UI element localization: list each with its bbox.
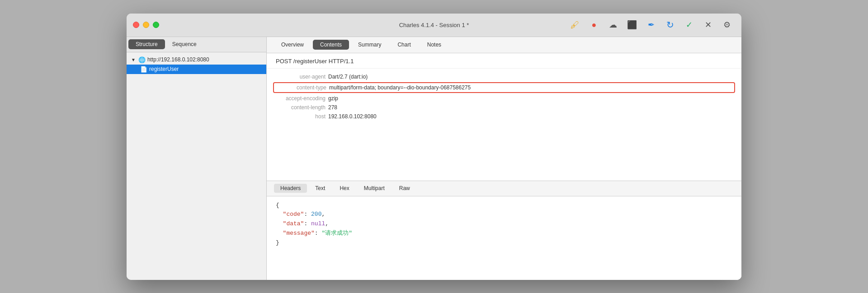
json-message-key: "message" — [283, 230, 315, 237]
header-value-accept-encoding: gzip — [328, 95, 338, 102]
sidebar-tabs: Structure Sequence — [127, 37, 266, 52]
header-value-content-length: 278 — [328, 104, 337, 111]
json-code-key: "code" — [283, 211, 304, 218]
sidebar: Structure Sequence ▼ 🌐 http://192.168.0.… — [127, 37, 267, 280]
request-method-line: POST /registerUser HTTP/1.1 — [267, 53, 741, 69]
header-key-content-type: content-type — [277, 84, 326, 91]
json-data-value: null — [311, 220, 325, 227]
close-button[interactable] — [133, 22, 139, 28]
header-key-host: host — [276, 113, 326, 120]
tab-summary[interactable]: Summary — [351, 40, 388, 50]
json-message-value: "请求成功" — [321, 230, 352, 237]
header-key-user-agent: user-agent — [276, 74, 326, 80]
bottom-tab-raw[interactable]: Raw — [393, 184, 416, 193]
response-body: { "code": 200, "data": null, "message": … — [267, 196, 741, 280]
header-row-accept-encoding: accept-encoding gzip — [267, 94, 741, 103]
header-row-user-agent: user-agent Dart/2.7 (dart:io) — [267, 72, 741, 81]
header-value-user-agent: Dart/2.7 (dart:io) — [328, 74, 368, 80]
tree-expand-arrow: ▼ — [131, 57, 136, 62]
bottom-section: Headers Text Hex Multipart Raw { "code":… — [267, 181, 741, 280]
record-btn[interactable]: ● — [586, 18, 602, 32]
cloud-btn[interactable]: ☁ — [605, 18, 621, 32]
tree-root-label: http://192.168.0.102:8080 — [147, 56, 209, 63]
feather-btn[interactable]: 🖋 — [567, 18, 583, 32]
minimize-button[interactable] — [143, 22, 149, 28]
refresh-btn[interactable]: ↻ — [662, 18, 678, 32]
traffic-lights — [133, 22, 159, 28]
sidebar-content: ▼ 🌐 http://192.168.0.102:8080 📄 register… — [127, 52, 266, 280]
tree-child-label: registerUser — [149, 66, 179, 72]
window-title: Charles 4.1.4 - Session 1 * — [399, 22, 469, 28]
json-data-key: "data" — [283, 220, 304, 227]
tab-contents[interactable]: Contents — [313, 40, 349, 50]
toolbar: 🖋 ● ☁ ⬛ ✒ ↻ ✓ ✕ ⚙ — [567, 18, 735, 32]
headers-section: user-agent Dart/2.7 (dart:io) content-ty… — [267, 69, 741, 181]
request-details: POST /registerUser HTTP/1.1 user-agent D… — [267, 53, 741, 280]
sidebar-tab-sequence[interactable]: Sequence — [165, 39, 204, 49]
check-btn[interactable]: ✓ — [681, 18, 697, 32]
header-key-accept-encoding: accept-encoding — [276, 95, 326, 102]
tab-notes[interactable]: Notes — [420, 40, 448, 50]
bottom-tab-text[interactable]: Text — [309, 184, 331, 193]
header-key-content-length: content-length — [276, 104, 326, 111]
header-value-host: 192.168.0.102:8080 — [328, 113, 377, 120]
right-panel: Overview Contents Summary Chart Notes PO… — [267, 37, 741, 280]
bottom-tab-hex[interactable]: Hex — [333, 184, 355, 193]
header-row-content-length: content-length 278 — [267, 103, 741, 112]
main-area: Structure Sequence ▼ 🌐 http://192.168.0.… — [127, 37, 741, 280]
main-window: Charles 4.1.4 - Session 1 * 🖋 ● ☁ ⬛ ✒ ↻ … — [127, 14, 741, 280]
tree-root-item[interactable]: ▼ 🌐 http://192.168.0.102:8080 — [127, 55, 266, 65]
settings-btn[interactable]: ⚙ — [719, 18, 735, 32]
globe-icon: 🌐 — [138, 56, 146, 63]
pen-btn[interactable]: ✒ — [643, 18, 659, 32]
json-close-brace: } — [276, 239, 279, 246]
bottom-tab-multipart[interactable]: Multipart — [358, 184, 391, 193]
json-open-brace: { — [276, 202, 279, 209]
tools-btn[interactable]: ✕ — [700, 18, 716, 32]
header-row-host: host 192.168.0.102:8080 — [267, 112, 741, 121]
bottom-tabs: Headers Text Hex Multipart Raw — [267, 181, 741, 196]
tab-overview[interactable]: Overview — [274, 40, 311, 50]
tab-chart[interactable]: Chart — [390, 40, 418, 50]
panel-tabs: Overview Contents Summary Chart Notes — [267, 37, 741, 53]
header-row-content-type-highlighted: content-type multipart/form-data; bounda… — [273, 82, 735, 93]
header-value-content-type: multipart/form-data; boundary=--dio-boun… — [329, 84, 471, 91]
file-icon: 📄 — [140, 66, 147, 73]
json-code-value: 200 — [311, 211, 321, 218]
bottom-tab-headers[interactable]: Headers — [274, 184, 307, 193]
title-bar: Charles 4.1.4 - Session 1 * 🖋 ● ☁ ⬛ ✒ ↻ … — [127, 14, 741, 37]
stop-btn[interactable]: ⬛ — [624, 18, 640, 32]
maximize-button[interactable] — [153, 22, 159, 28]
tree-child-registeruser[interactable]: 📄 registerUser — [127, 65, 266, 74]
sidebar-tab-structure[interactable]: Structure — [128, 39, 165, 49]
